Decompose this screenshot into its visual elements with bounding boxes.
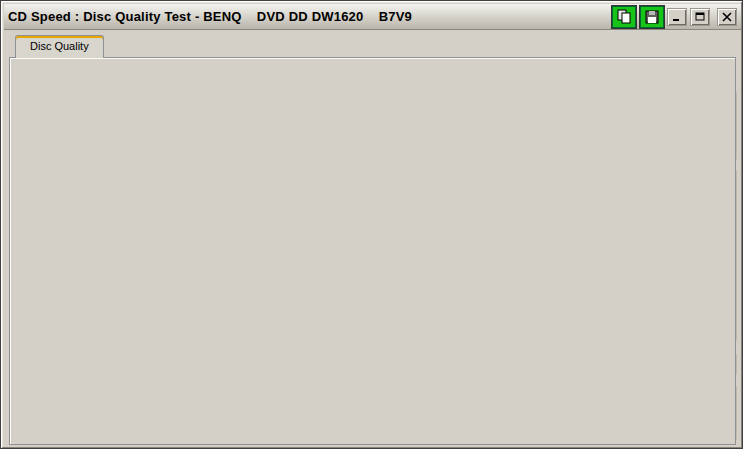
minimize-button[interactable] xyxy=(667,8,687,26)
minimize-icon xyxy=(672,12,682,22)
app-window: CD Speed : Disc Quality Test - BENQ DVD … xyxy=(0,0,743,449)
copy-icon xyxy=(616,9,632,25)
close-icon xyxy=(722,12,732,22)
tab-label: Disc Quality xyxy=(30,40,89,52)
maximize-button[interactable] xyxy=(690,8,710,26)
window-title: CD Speed : Disc Quality Test - BENQ DVD … xyxy=(8,9,412,24)
copy-button[interactable] xyxy=(612,6,636,28)
tab-page xyxy=(9,57,736,445)
tab-disc-quality[interactable]: Disc Quality xyxy=(15,35,104,58)
maximize-icon xyxy=(695,12,705,22)
title-bar[interactable]: CD Speed : Disc Quality Test - BENQ DVD … xyxy=(4,4,741,30)
save-icon xyxy=(644,9,660,25)
save-button[interactable] xyxy=(640,6,664,28)
close-button[interactable] xyxy=(717,8,737,26)
